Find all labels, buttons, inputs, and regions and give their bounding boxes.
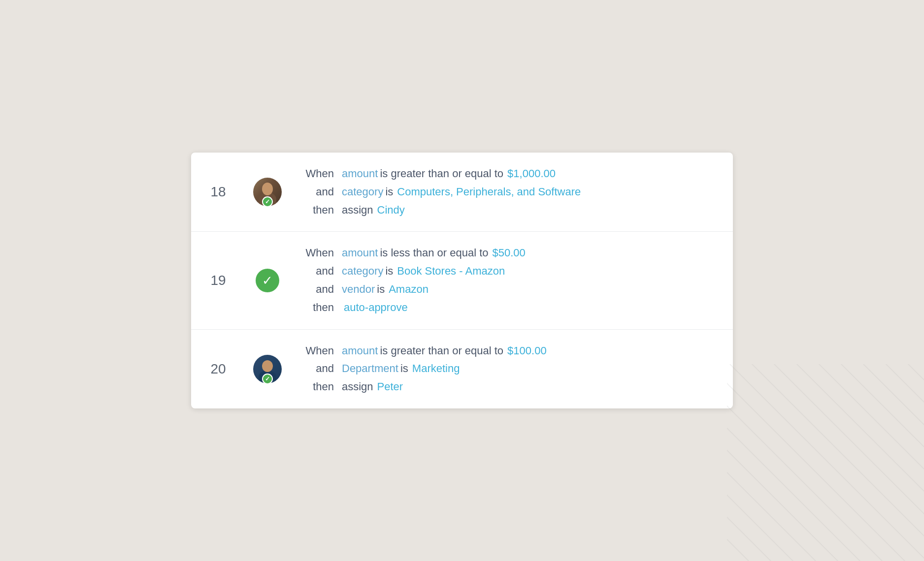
rule-content-20: When amount is greater than or equal to … <box>290 343 733 395</box>
rule-number-19: 19 <box>191 273 245 288</box>
rule-line-18-1: When amount is greater than or equal to … <box>299 166 733 182</box>
value-assignee-18: Cindy <box>377 203 405 218</box>
field-amount-18: amount <box>342 166 378 182</box>
field-vendor-19: vendor <box>342 282 375 297</box>
avatar-col-18: ✓ <box>245 178 290 206</box>
rule-row-18: 18 ✓ When amount is greater than or equa… <box>191 153 733 232</box>
rule-line-19-2: and category is Book Stores - Amazon <box>299 264 733 279</box>
condition-text-20-1: is greater than or equal to <box>380 343 503 359</box>
rule-line-20-2: and Department is Marketing <box>299 361 733 376</box>
value-amount-19: $50.00 <box>493 246 526 261</box>
rule-line-18-2: and category is Computers, Peripherals, … <box>299 185 733 200</box>
rule-content-19: When amount is less than or equal to $50… <box>290 246 733 315</box>
keyword-when-18: When <box>299 166 334 182</box>
rule-line-20-3: then assign Peter <box>299 379 733 395</box>
condition-text-19-2: is <box>385 264 393 279</box>
value-amount-18: $1,000.00 <box>507 166 556 182</box>
rule-line-19-4: then auto-approve <box>299 300 733 315</box>
rule-line-19-1: When amount is less than or equal to $50… <box>299 246 733 261</box>
rules-container: 18 ✓ When amount is greater than or equa… <box>191 153 733 408</box>
value-action-19: auto-approve <box>344 300 408 315</box>
action-assign-18: assign <box>342 203 373 218</box>
keyword-and-20: and <box>299 361 334 376</box>
value-category-18: Computers, Peripherals, and Software <box>397 185 581 200</box>
rule-line-19-3: and vendor is Amazon <box>299 282 733 297</box>
keyword-then-19: then <box>299 300 334 315</box>
keyword-when-19: When <box>299 246 334 261</box>
rule-row-20: 20 ✓ When amount is greater than or equa… <box>191 330 733 408</box>
value-amount-20: $100.00 <box>507 343 547 359</box>
value-assignee-20: Peter <box>377 379 403 395</box>
rule-content-18: When amount is greater than or equal to … <box>290 166 733 218</box>
condition-text-19-3: is <box>377 282 385 297</box>
rule-line-18-3: then assign Cindy <box>299 203 733 218</box>
check-badge-18: ✓ <box>262 196 273 207</box>
field-category-19: category <box>342 264 383 279</box>
field-category-18: category <box>342 185 383 200</box>
condition-text-18-1: is greater than or equal to <box>380 166 503 182</box>
field-department-20: Department <box>342 361 398 376</box>
avatar-col-20: ✓ <box>245 355 290 383</box>
keyword-and-19-2: and <box>299 282 334 297</box>
condition-text-18-2: is <box>385 185 393 200</box>
rule-row-19: 19 ✓ When amount is less than or equal t… <box>191 232 733 329</box>
avatar-col-19: ✓ <box>245 269 290 292</box>
rule-number-18: 18 <box>191 184 245 200</box>
keyword-then-20: then <box>299 379 334 395</box>
keyword-and-18: and <box>299 185 334 200</box>
check-badge-green-19: ✓ <box>256 269 279 292</box>
keyword-then-18: then <box>299 203 334 218</box>
keyword-when-20: When <box>299 343 334 359</box>
rule-line-20-1: When amount is greater than or equal to … <box>299 343 733 359</box>
value-department-20: Marketing <box>412 361 460 376</box>
rule-number-20: 20 <box>191 361 245 377</box>
check-badge-20: ✓ <box>262 374 273 384</box>
field-amount-19: amount <box>342 246 378 261</box>
field-amount-20: amount <box>342 343 378 359</box>
value-category-19: Book Stores - Amazon <box>397 264 505 279</box>
action-assign-20: assign <box>342 379 373 395</box>
condition-text-20-2: is <box>400 361 408 376</box>
value-vendor-19: Amazon <box>389 282 429 297</box>
condition-text-19-1: is less than or equal to <box>380 246 488 261</box>
keyword-and-19-1: and <box>299 264 334 279</box>
